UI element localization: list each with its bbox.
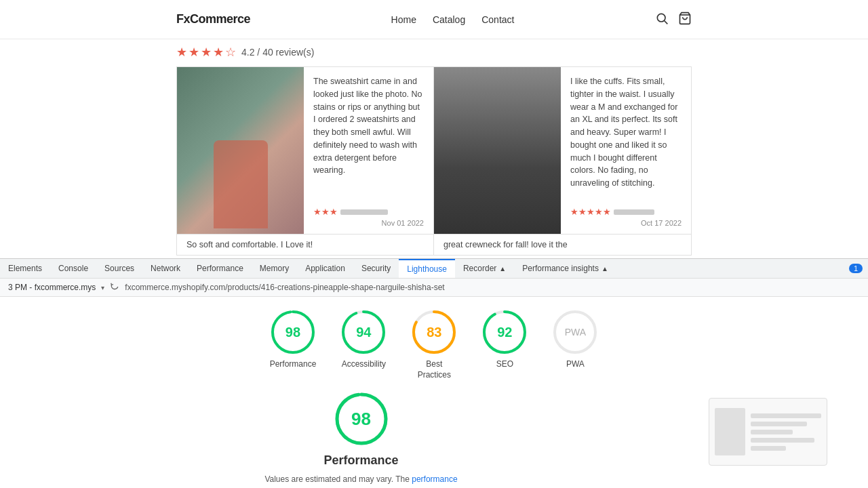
review-snippets: So soft and comfortable. I Love it! grea…: [176, 235, 692, 256]
review-area: ★ ★ ★ ★ ☆ 4.2 / 40 review(s) The sweatsh…: [0, 39, 868, 256]
perf-detail-score: 98: [351, 409, 371, 430]
review-snippet-4: great crewneck for fall! love it the: [443, 240, 682, 249]
site-logo: FxCommerce: [176, 12, 250, 26]
tab-memory[interactable]: Memory: [252, 259, 297, 278]
perf-screenshot: [709, 398, 827, 466]
star-3: ★: [201, 45, 212, 60]
star-4: ★: [213, 45, 224, 60]
site-nav-links: Home Catalog Contact: [391, 14, 515, 25]
review-image-left: [177, 67, 304, 235]
review-left: The sweatshirt came in and looked just l…: [177, 67, 434, 235]
review-body-right: I like the cuffs. Fits small, tighter in…: [570, 75, 682, 190]
review-meta-left: ★★★ Nov 01 2022: [313, 207, 424, 227]
review-date-right: Oct 17 2022: [570, 219, 682, 227]
review-meta-right: ★★★★★ Oct 17 2022: [570, 207, 682, 227]
nav-contact[interactable]: Contact: [481, 14, 514, 25]
score-accessibility-label: Accessibility: [342, 359, 386, 369]
score-accessibility-value: 94: [356, 325, 371, 340]
devtools-tabs-bar: Elements Console Sources Network Perform…: [0, 258, 868, 279]
site-nav-icons: [655, 12, 692, 27]
score-best-practices[interactable]: 83 BestPractices: [411, 309, 457, 380]
review-text-right: I like the cuffs. Fits small, tighter in…: [561, 67, 691, 235]
lighthouse-panel: 98 Performance 94 Accessibility: [0, 297, 868, 488]
tab-network[interactable]: Network: [142, 259, 189, 278]
score-performance[interactable]: 98 Performance: [270, 309, 317, 369]
devtools-badge-area: 1: [849, 259, 868, 278]
review-snippet-3: So soft and comfortable. I Love it!: [186, 240, 424, 249]
review-image-right: [434, 67, 561, 235]
rating-summary: ★ ★ ★ ★ ☆ 4.2 / 40 review(s): [176, 45, 692, 60]
cart-icon[interactable]: [678, 12, 692, 27]
rating-value: 4.2 / 40 review(s): [241, 47, 314, 58]
devtools-domain: 3 PM - fxcommerce.mys: [8, 283, 96, 292]
review-right: I like the cuffs. Fits small, tighter in…: [434, 67, 691, 235]
score-seo[interactable]: 92 SEO: [481, 309, 528, 369]
perf-detail-left: 98 Performance Values are estimated and …: [41, 391, 682, 488]
reviews-grid: The sweatshirt came in and looked just l…: [176, 66, 692, 235]
tab-security[interactable]: Security: [353, 259, 399, 278]
nav-catalog[interactable]: Catalog: [433, 14, 465, 25]
svg-point-0: [657, 14, 665, 22]
tab-elements[interactable]: Elements: [0, 259, 50, 278]
score-seo-value: 92: [497, 325, 512, 340]
nav-home[interactable]: Home: [391, 14, 416, 25]
tab-lighthouse[interactable]: Lighthouse: [399, 259, 455, 278]
tab-console[interactable]: Console: [50, 259, 96, 278]
star-5-half: ☆: [225, 45, 236, 60]
review-body-left: The sweatshirt came in and looked just l…: [313, 75, 424, 177]
search-icon[interactable]: [655, 12, 669, 27]
score-performance-label: Performance: [270, 359, 317, 369]
score-best-practices-label: BestPractices: [418, 359, 451, 380]
score-pwa-value: PWA: [565, 327, 586, 338]
tab-recorder[interactable]: Recorder ▲: [455, 259, 514, 278]
score-pwa[interactable]: PWA PWA: [552, 309, 598, 369]
lighthouse-scores: 98 Performance 94 Accessibility: [0, 309, 868, 391]
star-1: ★: [176, 45, 187, 60]
tab-perf-insights[interactable]: Performance insights ▲: [514, 259, 616, 278]
site-header: FxCommerce Home Catalog Contact: [0, 0, 868, 39]
review-date-left: Nov 01 2022: [313, 219, 424, 227]
score-pwa-label: PWA: [566, 359, 585, 369]
review-text-left: The sweatshirt came in and looked just l…: [304, 67, 433, 235]
score-performance-value: 98: [285, 325, 300, 340]
refresh-icon[interactable]: [110, 282, 119, 293]
tab-sources[interactable]: Sources: [96, 259, 142, 278]
svg-line-1: [665, 21, 668, 24]
score-seo-label: SEO: [496, 359, 513, 369]
score-best-practices-value: 83: [427, 325, 441, 340]
perf-detail-title: Performance: [323, 453, 398, 468]
devtools-url-bar: 3 PM - fxcommerce.mys ▾ fxcommerce.mysho…: [0, 279, 868, 297]
perf-detail-desc: Values are estimated and may vary. The p…: [260, 473, 463, 488]
devtools-badge: 1: [849, 264, 863, 273]
tab-performance[interactable]: Performance: [189, 259, 252, 278]
star-2: ★: [189, 45, 199, 60]
star-rating: ★ ★ ★ ★ ☆: [176, 45, 236, 60]
devtools-full-url: fxcommerce.myshopify.com/products/416-cr…: [125, 283, 444, 292]
tab-application[interactable]: Application: [297, 259, 353, 278]
performance-detail: 98 Performance Values are estimated and …: [0, 391, 868, 488]
score-accessibility[interactable]: 94 Accessibility: [340, 309, 387, 369]
chevron-down-icon[interactable]: ▾: [101, 284, 104, 291]
